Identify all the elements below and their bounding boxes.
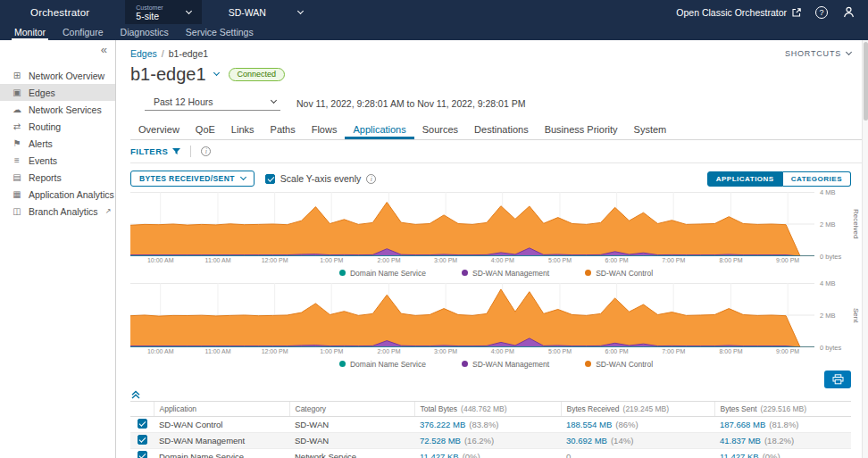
legend-item-sd-wan-management[interactable]: SD-WAN Management [462,268,549,278]
customer-selector[interactable]: Customer 5-site [125,0,201,24]
row-checkbox[interactable] [138,451,147,458]
bytes-percent: (0%) [463,452,480,458]
breadcrumb-link-edges[interactable]: Edges [130,48,157,59]
legend-item-sd-wan-control[interactable]: SD-WAN Control [585,268,653,278]
breadcrumb-current: b1-edge1 [169,48,208,59]
events-icon: ≡ [12,155,22,165]
x-tick-label: 11:00 AM [205,348,231,354]
total-bytes-cell: 376.222 MB(83.8%) [414,417,561,433]
sent-chart-plot[interactable]: 10:00 AM11:00 AM12:00 PM1:00 PM2:00 PM3:… [130,283,814,347]
sent-axis-title: Sent [850,283,862,347]
tab-flows[interactable]: Flows [304,121,346,139]
sidebar-item-network-overview[interactable]: ⊞ Network Overview [0,67,115,84]
vertical-scrollbar[interactable] [862,40,868,458]
chevron-down-icon [240,174,246,180]
tab-system[interactable]: System [626,121,675,139]
x-tick-label: 1:00 PM [320,257,343,263]
main-content: Edges / b1-edge1 SHORTCUTS b1-edge1 Conn… [117,40,862,458]
legend-item-domain-name-service[interactable]: Domain Name Service [339,268,426,278]
tab-business-priority[interactable]: Business Priority [537,121,626,139]
tab-links[interactable]: Links [223,121,263,139]
x-tick-label: 8:00 PM [720,348,743,354]
x-tick-label: 12:00 PM [262,257,288,263]
applications-toggle-button[interactable]: APPLICATIONS [707,171,783,187]
bytes-value[interactable]: 30.692 MB [566,436,607,446]
bytes-value[interactable]: 72.528 MB [420,436,461,446]
view-toggle: APPLICATIONS CATEGORIES [707,171,851,187]
row-checkbox[interactable] [138,435,147,445]
x-tick-label: 10:00 AM [147,348,174,354]
sidebar-item-network-services[interactable]: ☁ Network Services [0,101,115,118]
time-range-select[interactable]: Past 12 Hours [145,96,280,111]
shortcuts-button[interactable]: SHORTCUTS [785,49,851,58]
nav-monitor[interactable]: Monitor [12,27,48,40]
bytes-value[interactable]: 376.222 MB [420,420,465,429]
tab-destinations[interactable]: Destinations [466,121,537,139]
bytes-received-cell: 0 [561,449,714,458]
category-cell: Network Service [289,449,414,458]
col-application[interactable]: Application [154,402,289,417]
sidebar-item-application-analytics[interactable]: ▦ Application Analytics ↗ [0,186,115,203]
bytes-value[interactable]: 188.554 MB [566,420,612,429]
sidebar-item-routing[interactable]: ⇄ Routing [0,118,115,135]
info-icon[interactable]: i [366,174,376,184]
nav-configure[interactable]: Configure [60,27,106,40]
open-classic-orchestrator-link[interactable]: Open Classic Orchestrator [676,7,801,18]
legend-item-sd-wan-control[interactable]: SD-WAN Control [585,359,653,369]
bytes-value[interactable]: 187.668 MB [720,420,765,429]
row-checkbox[interactable] [138,419,147,429]
edge-select-chevron[interactable] [213,70,219,76]
help-icon[interactable]: ? [815,6,828,19]
legend-item-sd-wan-management[interactable]: SD-WAN Management [462,359,549,369]
col-category[interactable]: Category [289,402,414,417]
x-tick-label: 1:00 PM [320,348,343,354]
scale-y-axis-checkbox[interactable] [265,174,275,184]
application-cell: SD-WAN Control [154,417,289,433]
filters-button[interactable]: FILTERS [130,146,180,156]
tab-sources[interactable]: Sources [414,121,466,139]
received-chart-plot[interactable]: 10:00 AM11:00 AM12:00 PM1:00 PM2:00 PM3:… [130,192,814,256]
network-overview-icon: ⊞ [12,71,22,80]
sidebar-item-alerts[interactable]: ⚑ Alerts [0,135,115,152]
sidebar-collapse-button[interactable]: « [101,45,107,55]
col-bytes-received[interactable]: Bytes Received(219.245 MB) [561,402,714,417]
sidebar-item-reports[interactable]: ▤ Reports [0,169,115,186]
tab-applications[interactable]: Applications [345,121,413,139]
tab-paths[interactable]: Paths [263,121,304,139]
double-chevron-up-icon [130,389,141,400]
scrollbar-thumb[interactable] [864,42,868,121]
collapse-all-rows-button[interactable] [130,388,862,401]
product-label: SD-WAN [229,7,266,18]
tab-overview[interactable]: Overview [130,121,188,139]
print-button[interactable] [824,371,851,388]
sidebar-item-events[interactable]: ≡ Events [0,152,115,169]
categories-toggle-button[interactable]: CATEGORIES [783,171,851,187]
printer-icon [832,374,844,385]
scale-y-axis-label: Scale Y-axis evenly [280,173,361,184]
metric-dropdown[interactable]: BYTES RECEIVED/SENT [130,171,255,187]
bytes-value[interactable]: 11.427 KB [720,452,759,458]
total-bytes-cell: 72.528 MB(16.2%) [414,433,561,449]
category-cell: SD-WAN [289,433,414,449]
bytes-value[interactable]: 11.427 KB [420,452,459,458]
product-selector[interactable]: SD-WAN [229,7,303,18]
nav-service-settings[interactable]: Service Settings [183,27,256,40]
sidebar-item-branch-analytics[interactable]: ◫ Branch Analytics ↗ [0,203,115,220]
bytes-sent-cell: 41.837 MB(18.2%) [714,433,851,449]
chevron-down-icon [846,49,852,55]
status-badge: Connected [229,68,286,81]
nav-diagnostics[interactable]: Diagnostics [118,27,171,40]
info-icon[interactable]: i [201,146,211,156]
col-bytes-sent[interactable]: Bytes Sent(229.516 MB) [714,402,851,417]
tab-qoe[interactable]: QoE [188,121,223,139]
col-total-bytes[interactable]: Total Bytes(448.762 MB) [414,402,561,417]
bytes-value[interactable]: 41.837 MB [720,436,761,446]
x-tick-label: 5:00 PM [548,348,572,354]
breadcrumb: Edges / b1-edge1 [130,48,208,59]
edges-icon: ▣ [12,87,22,97]
sidebar-item-edges[interactable]: ▣ Edges [0,84,115,101]
sent-x-axis: 10:00 AM11:00 AM12:00 PM1:00 PM2:00 PM3:… [130,348,814,357]
legend-item-domain-name-service[interactable]: Domain Name Service [339,359,426,369]
x-tick-label: 7:00 PM [662,348,685,354]
user-icon[interactable] [842,5,855,19]
